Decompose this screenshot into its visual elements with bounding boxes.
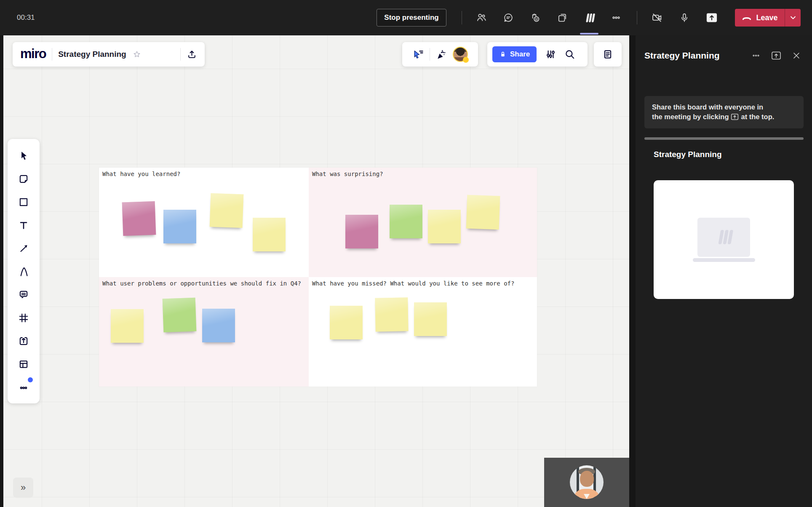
comment-tool-icon[interactable]: [13, 283, 34, 306]
expand-panel-button[interactable]: »: [13, 478, 33, 498]
share-screen-icon[interactable]: [703, 8, 720, 28]
miro-glyph-icon: [714, 228, 734, 246]
leave-button-main[interactable]: Leave: [735, 13, 785, 22]
sticky-note-yellow[interactable]: [428, 210, 461, 243]
confetti-icon[interactable]: [435, 48, 447, 60]
meeting-timer: 00:31: [17, 0, 35, 35]
chevron-down-icon: [791, 17, 795, 19]
laser-pointer-icon[interactable]: [412, 48, 424, 60]
laptop-illustration: [697, 218, 750, 257]
filters-icon[interactable]: [545, 49, 556, 60]
hang-up-icon: [743, 18, 751, 19]
presenter-avatar[interactable]: ⚡: [453, 47, 468, 62]
more-tools-icon[interactable]: [13, 376, 34, 399]
leave-label: Leave: [756, 13, 777, 22]
teams-meeting-window: 00:31 Stop presenting: [0, 0, 812, 507]
sticky-note-yellow[interactable]: [111, 309, 144, 343]
side-panel-title: Strategy Planning: [644, 51, 720, 61]
microphone-icon[interactable]: [676, 8, 693, 28]
toolbar-divider: [637, 11, 637, 24]
lock-icon: [499, 51, 507, 58]
close-icon[interactable]: [789, 45, 804, 66]
share-button[interactable]: Share: [492, 46, 537, 62]
notes-card: [594, 42, 622, 67]
share-board-tooltip: Share this board with everyone in the me…: [644, 96, 804, 128]
sticky-note-blue[interactable]: [202, 309, 235, 342]
participant-avatar: [570, 465, 604, 499]
new-tools-badge: [28, 377, 33, 382]
board-section-title: Strategy Planning: [654, 150, 722, 159]
select-tool-icon[interactable]: [13, 144, 34, 167]
breakout-rooms-icon[interactable]: [554, 8, 571, 28]
tooltip-line1: Share this board with everyone in: [652, 103, 763, 111]
star-favorite-icon[interactable]: [132, 50, 142, 59]
sticky-note-yellow[interactable]: [253, 218, 286, 251]
sticky-note-yellow[interactable]: [375, 297, 408, 331]
sticky-note-green[interactable]: [163, 298, 197, 333]
sticky-note-yellow[interactable]: [466, 195, 500, 230]
quadrant-title: What user problems or opportunities we s…: [102, 280, 301, 287]
side-panel-header: Strategy Planning: [644, 45, 804, 66]
sticky-note-yellow[interactable]: [330, 306, 363, 339]
shape-tool-icon[interactable]: [13, 190, 34, 213]
presentation-tools-card: ⚡: [402, 42, 478, 67]
avatar-energy-badge: ⚡: [463, 57, 469, 63]
panel-more-options-icon[interactable]: [749, 45, 763, 66]
laptop-base: [693, 258, 755, 262]
tooltip-line2b: at the top.: [741, 113, 774, 120]
meeting-icon-group: [473, 8, 625, 28]
quadrant-surprising[interactable]: What was surprising?: [309, 168, 537, 277]
miro-side-panel: Strategy Planning Share this board with …: [636, 35, 812, 507]
miro-board-canvas[interactable]: miro Strategy Planning ⚡: [3, 35, 629, 507]
sticky-note-green[interactable]: [390, 205, 422, 238]
board-preview-card[interactable]: [654, 180, 794, 299]
meeting-toolbar: 00:31 Stop presenting: [0, 0, 812, 35]
camera-off-icon[interactable]: [649, 8, 665, 28]
reactions-icon[interactable]: [527, 8, 544, 28]
people-icon[interactable]: [473, 8, 490, 28]
participant-video-tile[interactable]: [544, 458, 629, 507]
side-panel-actions: [749, 45, 804, 66]
quadrant-title: What have you missed? What would you lik…: [312, 280, 514, 287]
sticky-note-yellow[interactable]: [210, 193, 244, 228]
more-options-icon[interactable]: [608, 8, 625, 28]
active-tab-underline: [580, 33, 598, 35]
leave-options-chevron[interactable]: [785, 9, 801, 27]
chat-icon[interactable]: [500, 8, 517, 28]
toolbar-divider: [462, 11, 462, 24]
share-tools-card: Share: [487, 42, 588, 67]
sticky-note-blue[interactable]: [163, 210, 196, 243]
header-divider: [180, 48, 181, 61]
panel-divider: [644, 137, 804, 140]
search-icon[interactable]: [564, 49, 575, 60]
share-screen-inline-icon: [730, 113, 739, 121]
arrow-tool-icon[interactable]: [13, 237, 34, 260]
stop-presenting-button[interactable]: Stop presenting: [377, 9, 446, 27]
miro-header-card: miro Strategy Planning: [13, 42, 205, 67]
tools-divider: [430, 48, 430, 61]
upload-tool-icon[interactable]: [13, 329, 34, 352]
sticky-note-pink[interactable]: [122, 201, 156, 236]
sticky-note-pink[interactable]: [345, 215, 378, 248]
header-divider: [52, 48, 52, 61]
board-title: Strategy Planning: [58, 50, 126, 59]
text-tool-icon[interactable]: [13, 213, 34, 237]
table-tool-icon[interactable]: [13, 352, 34, 376]
quadrant-title: What have you learned?: [102, 171, 180, 177]
share-label: Share: [510, 50, 530, 59]
notes-icon[interactable]: [602, 49, 613, 60]
miro-tool-palette: [8, 139, 40, 403]
sticky-note-tool-icon[interactable]: [13, 167, 34, 190]
miro-logo[interactable]: miro: [20, 47, 46, 62]
open-in-new-icon[interactable]: [769, 45, 783, 66]
export-board-icon[interactable]: [187, 49, 197, 60]
sticky-note-yellow[interactable]: [414, 302, 447, 336]
leave-button[interactable]: Leave: [735, 9, 801, 27]
miro-app-tab-icon[interactable]: [581, 8, 598, 28]
device-icon-group: [649, 8, 720, 28]
frame-tool-icon[interactable]: [13, 306, 34, 329]
quadrant-title: What was surprising?: [312, 171, 383, 177]
pen-tool-icon[interactable]: [13, 260, 34, 283]
tooltip-line2a: the meeting by clicking: [652, 113, 729, 120]
